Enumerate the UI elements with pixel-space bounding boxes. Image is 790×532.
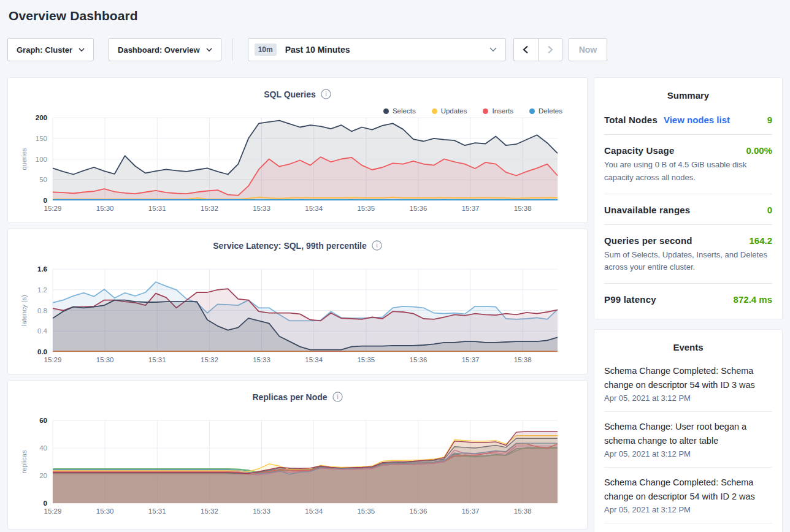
replicas-per-node-plot-area[interactable]: 15:2915:3015:3115:3215:3315:3415:3515:36… xyxy=(8,409,588,520)
x-tick-label: 15:37 xyxy=(462,507,480,515)
y-tick-label: 1.6 xyxy=(37,265,47,273)
unavailable-ranges-label: Unavailable ranges xyxy=(604,205,690,215)
x-tick-label: 15:37 xyxy=(462,205,480,212)
time-range-badge: 10m xyxy=(255,44,277,56)
x-tick-label: 15:29 xyxy=(44,356,62,363)
x-tick-label: 15:31 xyxy=(148,205,166,212)
replicas-per-node-card: Replicas per Node i 15:2915:3015:3115:32… xyxy=(7,380,588,530)
y-axis-label: replicas xyxy=(20,450,28,473)
x-tick-label: 15:31 xyxy=(148,356,166,363)
x-tick-label: 15:29 xyxy=(44,507,62,515)
x-tick-label: 15:35 xyxy=(357,507,375,515)
info-icon[interactable]: i xyxy=(332,392,343,402)
y-tick-label: 200 xyxy=(36,114,47,121)
capacity-usage-value: 0.00% xyxy=(746,145,772,156)
info-icon[interactable]: i xyxy=(321,89,331,99)
chart-title: Replicas per Node xyxy=(252,392,327,402)
service-latency-chart: 15:2915:3015:3115:3215:3315:3415:3515:36… xyxy=(8,257,588,367)
x-tick-label: 15:32 xyxy=(201,205,218,212)
total-nodes-value: 9 xyxy=(767,115,772,125)
x-tick-label: 15:32 xyxy=(201,356,218,363)
view-nodes-list-link[interactable]: View nodes list xyxy=(664,115,730,125)
y-tick-label: 60 xyxy=(39,417,47,424)
svg-text:i: i xyxy=(337,393,338,400)
event-timestamp: Apr 05, 2021 at 3:12 PM xyxy=(604,505,772,514)
x-tick-label: 15:33 xyxy=(253,507,270,515)
p99-latency-label: P99 latency xyxy=(604,294,656,305)
time-next-button[interactable] xyxy=(538,38,562,61)
dashboard-content: SQL Queries i SelectsUpdatesInsertsDelet… xyxy=(7,77,783,532)
qps-value: 164.2 xyxy=(749,235,772,246)
y-tick-label: 1.2 xyxy=(37,286,47,294)
x-tick-label: 15:38 xyxy=(514,507,532,515)
event-item: Schema Change: User root began a schema … xyxy=(604,523,772,532)
y-axis-label: queries xyxy=(20,148,28,170)
dashboard-toolbar: Graph: Cluster Dashboard: Overview 10m P… xyxy=(7,38,783,61)
graph-dropdown-label: Graph: Cluster xyxy=(17,45,72,55)
events-title: Events xyxy=(604,330,772,356)
dashboard-dropdown-label: Dashboard: Overview xyxy=(118,45,200,55)
chevron-down-icon xyxy=(79,48,85,52)
dashboard-dropdown[interactable]: Dashboard: Overview xyxy=(109,38,221,61)
x-tick-label: 15:33 xyxy=(253,356,270,363)
p99-latency-value: 872.4 ms xyxy=(734,294,772,305)
y-tick-label: 150 xyxy=(36,135,47,142)
y-tick-label: 50 xyxy=(39,176,47,183)
total-nodes-label: Total Nodes xyxy=(604,115,658,125)
event-timestamp: Apr 05, 2021 at 3:12 PM xyxy=(604,449,772,458)
x-tick-label: 15:33 xyxy=(253,205,270,212)
replicas-per-node-chart: 15:2915:3015:3115:3215:3315:3415:3515:36… xyxy=(8,409,588,518)
graph-dropdown[interactable]: Graph: Cluster xyxy=(7,38,94,61)
event-text: Schema Change: User root began a schema … xyxy=(604,420,772,447)
qps-label: Queries per second xyxy=(604,235,692,246)
events-panel: Events Schema Change Completed: Schema c… xyxy=(594,329,783,532)
unavailable-ranges-value: 0 xyxy=(767,205,772,215)
sidebar-column: Summary Total Nodes View nodes list 9 Ca… xyxy=(594,77,783,532)
events-list: Schema Change Completed: Schema change o… xyxy=(604,356,772,532)
x-tick-label: 15:29 xyxy=(44,205,62,212)
y-tick-label: 20 xyxy=(39,472,47,479)
y-tick-label: 0.4 xyxy=(37,327,48,335)
chevron-right-icon xyxy=(546,45,554,54)
event-text: Schema Change Completed: Schema change o… xyxy=(604,364,772,392)
x-tick-label: 15:36 xyxy=(410,507,428,515)
x-tick-label: 15:34 xyxy=(305,356,323,363)
svg-text:i: i xyxy=(325,91,326,97)
page-title: Overview Dashboard xyxy=(7,0,783,23)
service-latency-plot-area[interactable]: 15:2915:3015:3115:3215:3315:3415:3515:36… xyxy=(8,257,588,369)
event-text: Schema Change Completed: Schema change o… xyxy=(604,476,772,503)
x-tick-label: 15:35 xyxy=(357,205,375,212)
x-tick-label: 15:32 xyxy=(201,507,218,515)
time-prev-button[interactable] xyxy=(513,38,538,61)
y-tick-label: 100 xyxy=(36,156,47,163)
sql-queries-card: SQL Queries i SelectsUpdatesInsertsDelet… xyxy=(7,77,588,223)
summary-title: Summary xyxy=(604,78,772,104)
chevron-down-icon xyxy=(489,47,497,52)
summary-row-qps: Queries per second 164.2 Sum of Selects,… xyxy=(604,225,772,284)
service-latency-card: Service Latency: SQL, 99th percentile i … xyxy=(7,229,588,374)
event-item: Schema Change Completed: Schema change o… xyxy=(604,356,772,412)
charts-column: SQL Queries i SelectsUpdatesInsertsDelet… xyxy=(7,77,588,530)
chevron-down-icon xyxy=(206,48,212,52)
summary-row-p99: P99 latency 872.4 ms xyxy=(604,284,772,314)
time-range-label: Past 10 Minutes xyxy=(285,45,350,55)
time-step-buttons xyxy=(513,38,562,61)
x-tick-label: 15:38 xyxy=(514,205,532,212)
summary-row-total-nodes: Total Nodes View nodes list 9 xyxy=(604,104,772,135)
info-icon[interactable]: i xyxy=(372,240,382,251)
y-tick-label: 0.8 xyxy=(37,307,47,314)
time-range-selector[interactable]: 10m Past 10 Minutes xyxy=(248,38,506,61)
qps-description: Sum of Selects, Updates, Inserts, and De… xyxy=(604,249,772,275)
y-tick-label: 40 xyxy=(39,444,47,452)
x-tick-label: 15:35 xyxy=(357,356,375,363)
y-tick-label: 0 xyxy=(44,500,47,507)
x-tick-label: 15:38 xyxy=(514,356,532,363)
y-tick-label: 0 xyxy=(44,197,47,204)
x-tick-label: 15:34 xyxy=(305,507,323,515)
event-timestamp: Apr 05, 2021 at 3:12 PM xyxy=(604,393,772,403)
sql-queries-chart: 15:2915:3015:3115:3215:3315:3415:3515:36… xyxy=(8,106,588,215)
x-tick-label: 15:31 xyxy=(148,507,166,515)
y-axis-label: latency (s) xyxy=(20,295,28,326)
sql-queries-plot-area[interactable]: 15:2915:3015:3115:3215:3315:3415:3515:36… xyxy=(8,106,588,218)
now-button[interactable]: Now xyxy=(569,38,608,61)
